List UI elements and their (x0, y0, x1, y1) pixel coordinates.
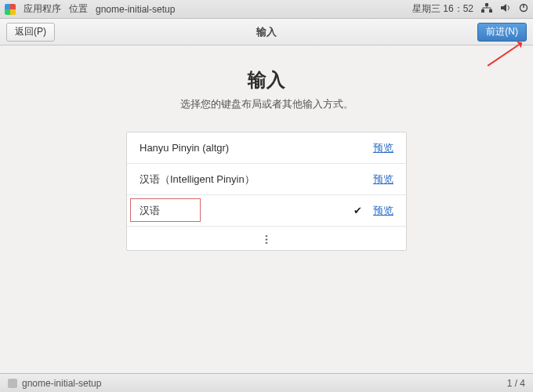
clock[interactable]: 星期三 16：52 (412, 2, 473, 16)
page-title: 输入 (248, 67, 285, 93)
places-menu[interactable]: 位置 (69, 2, 88, 16)
back-button[interactable]: 返回(P) (6, 23, 55, 42)
layout-label: Hanyu Pinyin (altgr) (140, 142, 373, 154)
preview-link[interactable]: 预览 (373, 141, 393, 155)
input-source-list: Hanyu Pinyin (altgr) 预览 汉语（Intelligent P… (126, 132, 407, 251)
workspace-indicator[interactable]: 1 / 4 (507, 378, 525, 389)
layout-label: 汉语 (140, 204, 354, 218)
header-bar: 返回(P) 输入 前进(N) (0, 19, 533, 45)
page-content: 输入 选择您的键盘布局或者其他输入方式。 Hanyu Pinyin (altgr… (0, 45, 533, 251)
header-title: 输入 (0, 25, 533, 39)
bottom-panel: gnome-initial-setup 1 / 4 (0, 373, 533, 392)
svg-rect-0 (485, 3, 488, 6)
power-icon[interactable] (519, 3, 528, 15)
taskbar-app-icon[interactable] (8, 379, 17, 388)
layout-label: 汉语（Intelligent Pinyin） (140, 172, 373, 187)
check-icon: ✔ (354, 205, 362, 216)
activities-icon[interactable] (5, 4, 16, 15)
svg-rect-1 (481, 9, 484, 13)
network-icon[interactable] (481, 3, 492, 15)
preview-link[interactable]: 预览 (373, 204, 393, 218)
svg-rect-2 (489, 9, 492, 13)
taskbar-app-label[interactable]: gnome-initial-setup (22, 378, 101, 389)
more-button[interactable]: ⋯ (127, 227, 406, 250)
list-item[interactable]: 汉语（Intelligent Pinyin） 预览 (127, 164, 406, 195)
forward-button[interactable]: 前进(N) (477, 23, 527, 42)
list-item[interactable]: 汉语 ✔ 预览 (127, 195, 406, 227)
page-subtitle: 选择您的键盘布局或者其他输入方式。 (180, 97, 354, 111)
top-panel: 应用程序 位置 gnome-initial-setup 星期三 16：52 (0, 0, 533, 19)
applications-menu[interactable]: 应用程序 (24, 2, 61, 16)
more-icon: ⋯ (261, 234, 273, 243)
preview-link[interactable]: 预览 (373, 172, 393, 187)
volume-icon[interactable] (500, 3, 511, 15)
list-item[interactable]: Hanyu Pinyin (altgr) 预览 (127, 132, 406, 164)
window-title: gnome-initial-setup (96, 4, 175, 15)
